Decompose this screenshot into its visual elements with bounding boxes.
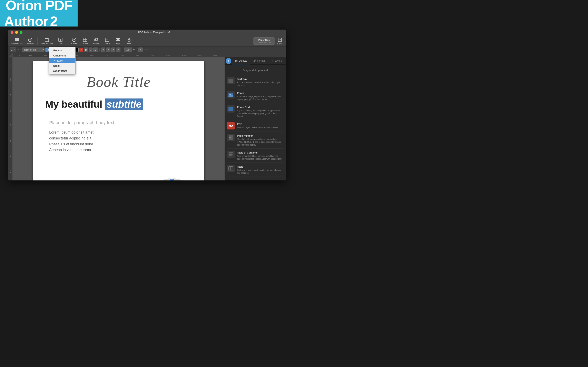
ruler-corner (8, 53, 13, 57)
svg-text:1,000: 1,000 (166, 54, 171, 56)
subtitle-italic: subtitle (105, 99, 143, 110)
page-number-info: Page Number Placeholder for page number,… (237, 134, 283, 146)
svg-rect-25 (116, 40, 120, 41)
lock-button[interactable]: Lock (124, 36, 134, 46)
tab-layers[interactable]: ≡ Layers (268, 57, 286, 64)
pdf-name: PDF (237, 123, 242, 125)
svg-rect-7 (45, 38, 48, 39)
page-canvas: Book Title My beautiful subtitle Placeho… (33, 61, 204, 180)
toolbar: Page Listings Add New Base Template T Ti… (8, 35, 286, 47)
center-button[interactable]: Center (69, 36, 79, 46)
minimize-button[interactable] (15, 31, 18, 34)
paper-size-button[interactable]: Paper Size Select Paper Size (253, 37, 275, 45)
photo-desc: A resizable image, supports any compatib… (237, 95, 283, 101)
arrange-button[interactable]: Arrange (91, 36, 101, 46)
object-page-number[interactable]: # Page Number Placeholder for page numbe… (227, 132, 283, 149)
group-label: Group (82, 42, 87, 44)
add-object-button[interactable]: + (226, 58, 231, 64)
dropdown-item-black-italic[interactable]: Black Italic (49, 68, 75, 73)
title-button[interactable]: T Title (55, 36, 66, 46)
export-label: Export (277, 42, 283, 44)
svg-text:500: 500 (90, 54, 93, 56)
format-tab-label: Format (257, 59, 265, 62)
svg-rect-74 (229, 155, 232, 156)
photo-info: Photo A resizable image, supports any co… (237, 91, 283, 101)
page-listings-label: Page Listings (11, 42, 22, 44)
ruler-arrow-2[interactable]: ▶ (147, 49, 148, 51)
line-height-stepper[interactable]: ▼ (133, 49, 135, 51)
placeholder-text[interactable]: Placeholder paragraph body text (33, 116, 204, 127)
add-new-button[interactable]: Add New (25, 36, 36, 46)
maximize-button[interactable] (20, 31, 22, 34)
underline-button[interactable]: U (93, 48, 98, 52)
svg-text:0: 0 (19, 54, 20, 56)
ruler-arrow-1[interactable]: ▼ (144, 49, 146, 51)
svg-rect-46 (8, 57, 13, 180)
lock-icon (127, 38, 131, 42)
layers-tab-icon: ≡ (272, 59, 274, 62)
object-photo-grid[interactable]: Photo Grid A grid containing multiple ph… (227, 103, 283, 120)
dropdown-item-italic[interactable]: ✓Italic (49, 58, 75, 63)
photo-grid-name: Photo Grid (237, 106, 250, 109)
dropdown-item-ornaments[interactable]: Ornaments (49, 53, 75, 58)
align-left-button[interactable]: ≡ (101, 48, 105, 52)
horizontal-ruler: 0 100 200 300 400 500 600 700 800 900 1,… (13, 53, 225, 57)
tab-objects[interactable]: ⊞ Objects (232, 57, 250, 64)
strikethrough-button[interactable]: S̶ (79, 48, 83, 52)
paper-size-sublabel: Select Paper Size (257, 41, 271, 43)
object-table[interactable]: Table Grid of text boxes, customizable n… (227, 163, 283, 177)
object-photo[interactable]: Photo A resizable image, supports any co… (227, 89, 283, 103)
base-template-label: Base Template (41, 42, 53, 44)
paper-size-label: Paper Size (258, 39, 270, 41)
svg-text:700: 700 (121, 54, 124, 56)
center-icon (72, 38, 76, 42)
toc-desc: Auto generate table of contents with tit… (237, 155, 283, 160)
dropdown-item-regular[interactable]: Regular (49, 48, 75, 53)
svg-rect-18 (94, 39, 96, 41)
object-toc[interactable]: Table of Contents Auto generate table of… (227, 149, 283, 163)
export-button[interactable]: Export (276, 36, 284, 46)
panel-content: Drag and drop to add T Text Box Rich tex… (225, 65, 286, 180)
align-button[interactable]: Align (113, 36, 123, 46)
object-text-box[interactable]: T Text Box Rich text box with customizab… (227, 75, 283, 89)
font-style-dropdown[interactable]: Regular Ornaments ✓Italic Black Black It… (49, 47, 76, 75)
lorem-text[interactable]: Lorem ipsum dolor sit amet, consectetur … (33, 127, 204, 155)
match-button[interactable]: Match (102, 36, 112, 46)
page-number-name: Page Number (237, 134, 253, 137)
base-template-icon (44, 38, 49, 42)
match-icon (105, 38, 109, 42)
dropdown-item-black[interactable]: Black (49, 63, 75, 68)
toc-name: Table of Contents (237, 151, 258, 154)
ruler-right-panel (225, 53, 286, 57)
base-template-button[interactable]: Base Template (39, 36, 54, 46)
svg-rect-17 (85, 40, 87, 42)
app-version: 2 (50, 13, 58, 29)
svg-rect-26 (128, 40, 130, 42)
more-options-button[interactable]: ≡ (138, 48, 143, 52)
svg-text:800: 800 (9, 170, 11, 173)
line-height-input[interactable] (124, 48, 132, 52)
svg-text:200: 200 (44, 54, 47, 56)
align-right-button[interactable]: ≡ (111, 48, 115, 52)
window-title: PDF Author - Example1.opa2 (25, 31, 283, 34)
bold-button[interactable]: B (84, 48, 88, 52)
svg-rect-0 (15, 38, 19, 39)
italic-button[interactable]: I (89, 48, 93, 52)
object-pdf[interactable]: PDF PDF Adds all pages of selected PDF f… (227, 120, 283, 132)
align-center-button[interactable]: ≡ (106, 48, 110, 52)
page-listings-button[interactable]: Page Listings (10, 36, 24, 46)
tab-format[interactable]: 🖌 Format (250, 57, 268, 64)
lock-label: Lock (127, 42, 131, 44)
subtitle-area[interactable]: My beautiful subtitle (33, 92, 204, 116)
group-button[interactable]: Group (80, 36, 90, 46)
arrange-icon (94, 38, 98, 42)
traffic-lights (11, 31, 22, 34)
app-window: PDF Author - Example1.opa2 Page Listings… (8, 30, 286, 180)
page-indicator[interactable]: 1 ▼ (10, 48, 16, 52)
align-icon (116, 38, 121, 42)
justify-button[interactable]: ≡ (116, 48, 120, 52)
align-label: Align (116, 42, 120, 44)
font-family-select[interactable]: Hoefler Text (22, 48, 44, 52)
close-button[interactable] (11, 31, 13, 34)
svg-text:600: 600 (9, 140, 11, 142)
